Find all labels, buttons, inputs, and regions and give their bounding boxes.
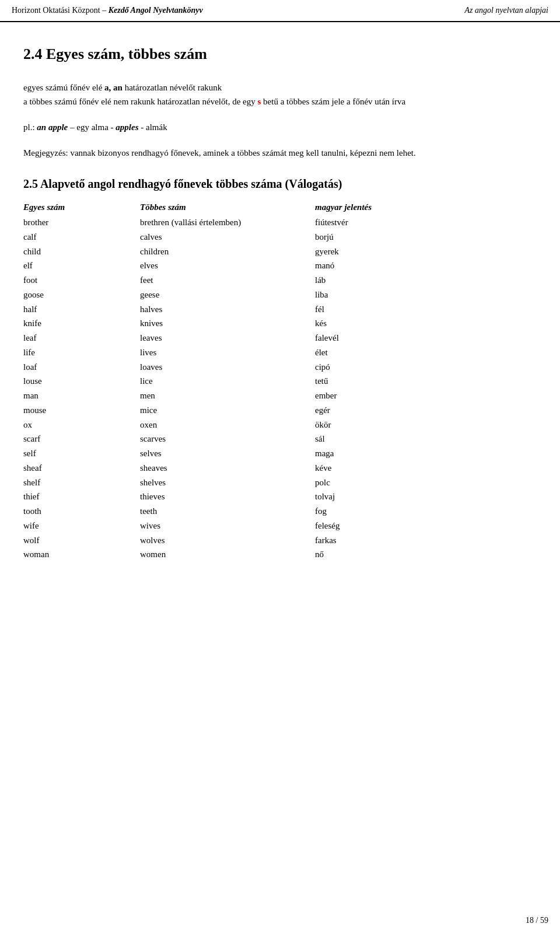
example-prefix: pl.:: [23, 123, 37, 132]
table-cell-0-0: brother: [23, 215, 140, 230]
table-cell-5-0: goose: [23, 288, 140, 302]
intro-line1-after: határozatlan névelőt rakunk: [123, 83, 222, 92]
table-cell-23-0: woman: [23, 547, 140, 562]
intro-paragraph: egyes számú főnév elé a, an határozatlan…: [23, 81, 537, 109]
table-row: shelfshelvespolc: [23, 475, 537, 490]
header-right: Az angol nyelvtan alapjai: [465, 6, 548, 15]
table-cell-18-0: shelf: [23, 475, 140, 490]
table-cell-21-2: feleség: [315, 519, 537, 533]
table-cell-8-2: falevél: [315, 331, 537, 345]
table-cell-12-1: men: [140, 389, 315, 403]
table-row: oxoxenökör: [23, 418, 537, 432]
section-heading: Egyes szám, többes szám: [46, 46, 207, 62]
table-cell-16-2: maga: [315, 446, 537, 461]
page-header: Horizont Oktatási Központ – Kezdő Angol …: [0, 0, 560, 22]
table-cell-9-0: life: [23, 345, 140, 360]
table-cell-17-0: sheaf: [23, 461, 140, 475]
intro-bold-an: a, an: [104, 83, 123, 92]
subsection-heading: Alapvető angol rendhagyó főnevek többes …: [40, 177, 342, 190]
table-row: sheafsheaveskéve: [23, 461, 537, 475]
table-cell-18-1: shelves: [140, 475, 315, 490]
table-cell-7-2: kés: [315, 316, 537, 331]
note-label: Megjegyzés:: [23, 148, 68, 158]
table-row: calfcalvesborjú: [23, 230, 537, 244]
table-cell-11-1: lice: [140, 374, 315, 389]
table-cell-1-2: borjú: [315, 230, 537, 244]
table-cell-3-1: elves: [140, 258, 315, 273]
table-cell-22-1: wolves: [140, 533, 315, 548]
note-body: vannak bizonyos rendhagyó főnevek, amine…: [68, 148, 416, 158]
table-row: knifekniveskés: [23, 316, 537, 331]
table-cell-18-2: polc: [315, 475, 537, 490]
table-row: footfeetláb: [23, 273, 537, 288]
table-cell-9-1: lives: [140, 345, 315, 360]
table-cell-20-2: fog: [315, 504, 537, 519]
table-cell-3-0: elf: [23, 258, 140, 273]
table-row: wifewivesfeleség: [23, 519, 537, 533]
note-text: Megjegyzés: vannak bizonyos rendhagyó fő…: [23, 146, 537, 160]
table-cell-8-1: leaves: [140, 331, 315, 345]
subsection-number: 2.5: [23, 177, 38, 190]
table-cell-4-1: feet: [140, 273, 315, 288]
section-number: 2.4: [23, 46, 43, 62]
table-header-row: Egyes szám Többes szám magyar jelentés: [23, 202, 537, 212]
intro-line2-before: a többes számú főnév elé nem rakunk hatá…: [23, 97, 258, 106]
table-cell-23-1: women: [140, 547, 315, 562]
col-header-meaning: magyar jelentés: [315, 202, 537, 212]
table-row: selfselvesmaga: [23, 446, 537, 461]
table-cell-17-1: sheaves: [140, 461, 315, 475]
table-cell-5-1: geese: [140, 288, 315, 302]
table-cell-10-1: loaves: [140, 360, 315, 375]
table-cell-21-1: wives: [140, 519, 315, 533]
table-cell-20-1: teeth: [140, 504, 315, 519]
table-cell-2-2: gyerek: [315, 244, 537, 259]
table-cell-14-1: oxen: [140, 418, 315, 432]
table-cell-6-0: half: [23, 302, 140, 317]
table-row: halfhalvesfél: [23, 302, 537, 317]
table-cell-22-2: farkas: [315, 533, 537, 548]
table-cell-11-0: louse: [23, 374, 140, 389]
table-cell-0-1: brethren (vallási értelemben): [140, 215, 315, 230]
table-cell-13-2: egér: [315, 403, 537, 418]
table-cell-12-2: ember: [315, 389, 537, 403]
table-row: womanwomennő: [23, 547, 537, 562]
table-row: toothteethfog: [23, 504, 537, 519]
table-cell-23-2: nő: [315, 547, 537, 562]
table-row: wolfwolvesfarkas: [23, 533, 537, 548]
table-cell-9-2: élet: [315, 345, 537, 360]
table-row: goosegeeseliba: [23, 288, 537, 302]
table-cell-10-0: loaf: [23, 360, 140, 375]
subsection-title: 2.5 Alapvető angol rendhagyó főnevek töb…: [23, 177, 537, 191]
table-body: brotherbrethren (vallási értelemben)fiút…: [23, 215, 537, 562]
table-cell-15-1: scarves: [140, 432, 315, 446]
table-cell-10-2: cipó: [315, 360, 537, 375]
table-cell-6-2: fél: [315, 302, 537, 317]
header-left: Horizont Oktatási Központ – Kezdő Angol …: [12, 6, 203, 15]
table-cell-1-1: calves: [140, 230, 315, 244]
intro-line1-before: egyes számú főnév elé: [23, 83, 104, 92]
header-book-title: Kezdő Angol Nyelvtankönyv: [108, 6, 203, 15]
table-row: mousemiceegér: [23, 403, 537, 418]
table-cell-19-0: thief: [23, 489, 140, 504]
table-row: brotherbrethren (vallási értelemben)fiút…: [23, 215, 537, 230]
table-cell-15-0: scarf: [23, 432, 140, 446]
table-cell-8-0: leaf: [23, 331, 140, 345]
table-row: loafloavescipó: [23, 360, 537, 375]
example-line: pl.: an apple – egy alma - apples - almá…: [23, 120, 537, 134]
col-header-plural: Többes szám: [140, 202, 315, 212]
table-cell-22-0: wolf: [23, 533, 140, 548]
table-cell-7-1: knives: [140, 316, 315, 331]
table-cell-20-0: tooth: [23, 504, 140, 519]
col-header-singular: Egyes szám: [23, 202, 140, 212]
table-cell-6-1: halves: [140, 302, 315, 317]
page-footer: 18 / 59: [526, 916, 548, 925]
table-row: leafleavesfalevél: [23, 331, 537, 345]
table-row: manmenember: [23, 389, 537, 403]
table-row: thiefthievestolvaj: [23, 489, 537, 504]
table-cell-16-1: selves: [140, 446, 315, 461]
table-cell-2-1: children: [140, 244, 315, 259]
table-cell-21-0: wife: [23, 519, 140, 533]
table-cell-5-2: liba: [315, 288, 537, 302]
table-cell-1-0: calf: [23, 230, 140, 244]
table-row: childchildrengyerek: [23, 244, 537, 259]
